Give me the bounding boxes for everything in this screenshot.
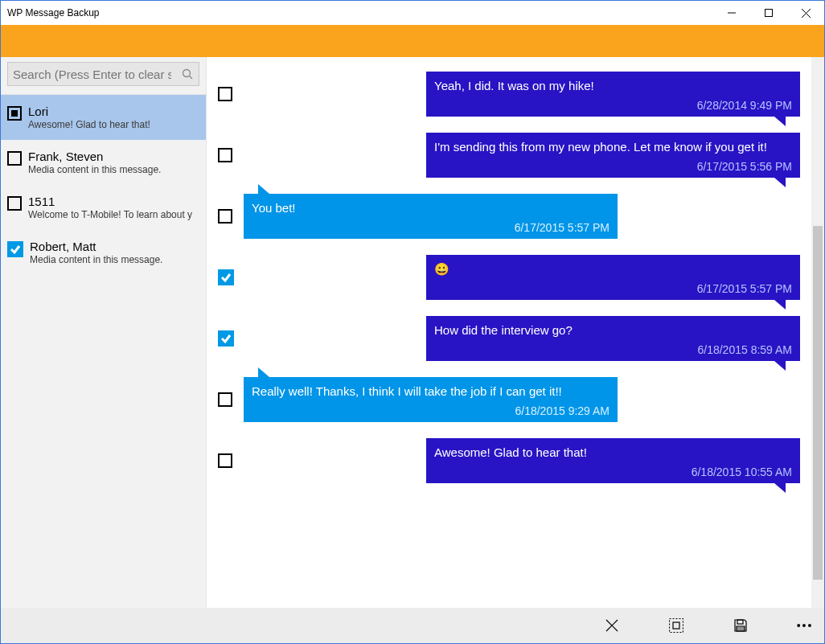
close-button[interactable] <box>787 1 824 25</box>
content: LoriAwesome! Glad to hear that!Frank, St… <box>1 57 824 608</box>
incoming-message-bubble[interactable]: You bet!6/17/2015 5:57 PM <box>244 194 618 239</box>
message-timestamp: 6/17/2015 5:57 PM <box>515 219 610 236</box>
cancel-icon <box>605 619 618 632</box>
delete-button[interactable] <box>596 609 628 642</box>
scrollbar-thumb[interactable] <box>813 226 823 580</box>
contact-list: LoriAwesome! Glad to hear that!Frank, St… <box>1 95 206 275</box>
maximize-button[interactable] <box>750 1 787 25</box>
bubble-space: Awesome! Glad to hear that!6/18/2015 10:… <box>244 438 800 483</box>
message-list: Yeah, I did. It was on my hike!6/28/2014… <box>207 57 811 608</box>
maximize-icon <box>765 9 773 17</box>
titlebar: WP Message Backup <box>1 1 824 25</box>
svg-rect-4 <box>737 620 743 624</box>
outgoing-message-bubble[interactable]: How did the interview go?6/18/2015 8:59 … <box>426 316 800 361</box>
ribbon-bar <box>1 25 824 57</box>
bubble-space: Yeah, I did. It was on my hike!6/28/2014… <box>244 72 800 117</box>
search-box[interactable] <box>7 62 199 86</box>
outgoing-message-bubble[interactable]: 😀6/17/2015 5:57 PM <box>426 255 800 300</box>
message-timestamp: 6/17/2015 5:56 PM <box>697 158 792 174</box>
checkbox[interactable] <box>7 106 22 121</box>
svg-rect-3 <box>673 622 679 629</box>
message-text: Awesome! Glad to hear that! <box>434 445 792 461</box>
outgoing-message-bubble[interactable]: I'm sending this from my new phone. Let … <box>426 133 800 178</box>
contact-item[interactable]: Robert, MattMedia content in this messag… <box>1 230 206 275</box>
svg-rect-2 <box>670 619 683 633</box>
message-row: Yeah, I did. It was on my hike!6/28/2014… <box>218 72 800 117</box>
search-wrap <box>1 57 206 95</box>
message-row: 😀6/17/2015 5:57 PM <box>218 255 800 300</box>
minimize-icon <box>728 9 736 17</box>
message-row: You bet!6/17/2015 5:57 PM <box>218 194 800 239</box>
message-text: You bet! <box>252 200 610 216</box>
contact-item[interactable]: 1511Welcome to T-Mobile! To learn about … <box>1 185 206 230</box>
save-icon <box>733 618 748 633</box>
contact-text: Robert, MattMedia content in this messag… <box>30 240 199 265</box>
contact-item[interactable]: LoriAwesome! Glad to hear that! <box>1 95 206 140</box>
svg-rect-0 <box>765 10 773 17</box>
message-text: Really well! Thanks, I think I will take… <box>252 384 610 400</box>
message-timestamp: 6/17/2015 5:57 PM <box>697 281 792 297</box>
message-row: How did the interview go?6/18/2015 8:59 … <box>218 316 800 361</box>
contact-preview: Media content in this message. <box>28 164 199 175</box>
app-window: WP Message Backup <box>0 0 825 644</box>
incoming-message-bubble[interactable]: Really well! Thanks, I think I will take… <box>244 377 618 422</box>
outgoing-message-bubble[interactable]: Yeah, I did. It was on my hike!6/28/2014… <box>426 72 800 117</box>
message-checkbox[interactable] <box>218 269 234 285</box>
search-input[interactable] <box>8 63 176 85</box>
message-checkbox[interactable] <box>218 209 232 224</box>
sidebar: LoriAwesome! Glad to hear that!Frank, St… <box>1 57 207 608</box>
more-button[interactable]: ••• <box>789 609 821 642</box>
message-timestamp: 6/18/2015 9:29 AM <box>515 403 610 419</box>
contact-name: Robert, Matt <box>30 240 199 254</box>
svg-point-1 <box>183 70 191 77</box>
window-controls <box>713 1 824 25</box>
bubble-space: 😀6/17/2015 5:57 PM <box>245 255 800 300</box>
message-text: How did the interview go? <box>434 322 792 338</box>
command-bar: ••• <box>1 608 824 643</box>
contact-text: 1511Welcome to T-Mobile! To learn about … <box>28 195 199 220</box>
messages-pane: Yeah, I did. It was on my hike!6/28/2014… <box>207 57 824 608</box>
bubble-space: I'm sending this from my new phone. Let … <box>244 133 800 178</box>
more-icon: ••• <box>797 619 814 632</box>
message-text: I'm sending this from my new phone. Let … <box>434 139 792 155</box>
checkbox[interactable] <box>7 241 23 257</box>
bubble-space: You bet!6/17/2015 5:57 PM <box>244 194 800 239</box>
bubble-space: How did the interview go?6/18/2015 8:59 … <box>245 316 800 361</box>
message-checkbox[interactable] <box>218 87 232 101</box>
contact-name: 1511 <box>28 195 199 209</box>
save-button[interactable] <box>724 609 757 642</box>
message-timestamp: 6/18/2015 8:59 AM <box>697 342 792 358</box>
contact-preview: Welcome to T-Mobile! To learn about y <box>28 209 199 220</box>
minimize-button[interactable] <box>713 1 750 25</box>
message-row: Awesome! Glad to hear that!6/18/2015 10:… <box>218 438 800 483</box>
window-title: WP Message Backup <box>7 7 100 18</box>
svg-rect-5 <box>737 626 745 631</box>
contact-text: LoriAwesome! Glad to hear that! <box>28 105 199 130</box>
checkbox[interactable] <box>7 196 22 211</box>
message-checkbox[interactable] <box>218 330 234 347</box>
contact-text: Frank, StevenMedia content in this messa… <box>28 150 199 175</box>
contact-item[interactable]: Frank, StevenMedia content in this messa… <box>1 140 206 185</box>
contact-preview: Media content in this message. <box>30 254 199 265</box>
message-checkbox[interactable] <box>218 453 232 468</box>
close-icon <box>802 9 811 18</box>
message-text: Yeah, I did. It was on my hike! <box>434 78 792 94</box>
outgoing-message-bubble[interactable]: Awesome! Glad to hear that!6/18/2015 10:… <box>426 438 800 483</box>
contact-name: Lori <box>28 105 199 119</box>
message-checkbox[interactable] <box>218 148 232 162</box>
message-row: I'm sending this from my new phone. Let … <box>218 133 800 178</box>
message-checkbox[interactable] <box>218 392 232 407</box>
message-timestamp: 6/18/2015 10:55 AM <box>692 464 792 480</box>
contact-preview: Awesome! Glad to hear that! <box>28 119 199 130</box>
message-timestamp: 6/28/2014 9:49 PM <box>697 97 792 113</box>
message-text: 😀 <box>434 261 792 277</box>
select-all-button[interactable] <box>660 609 692 642</box>
search-icon <box>176 68 199 80</box>
bubble-space: Really well! Thanks, I think I will take… <box>244 377 800 422</box>
scrollbar-track[interactable] <box>811 57 824 608</box>
grid-icon <box>669 618 683 633</box>
message-row: Really well! Thanks, I think I will take… <box>218 377 800 422</box>
checkbox[interactable] <box>7 151 22 166</box>
contact-name: Frank, Steven <box>28 150 199 164</box>
